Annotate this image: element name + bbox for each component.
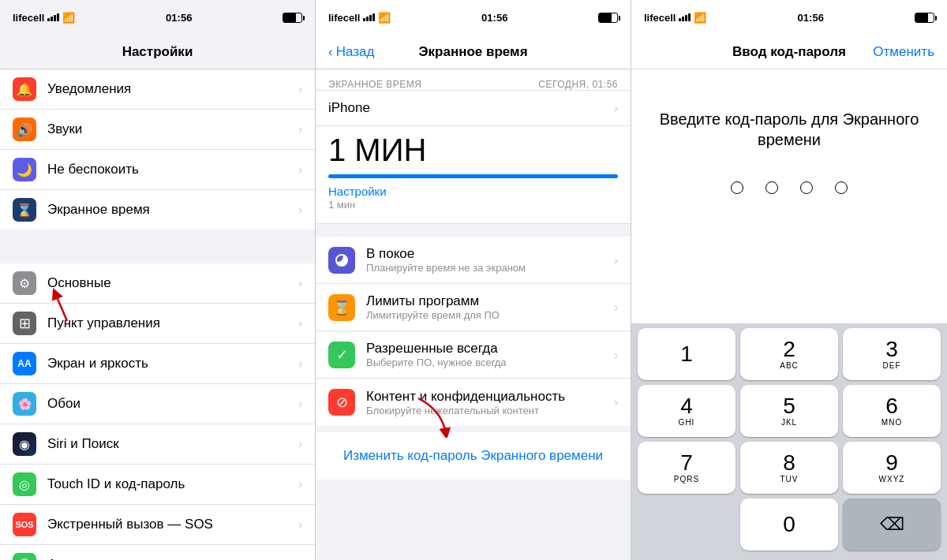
notifications-icon: 🔔 (13, 77, 36, 101)
settings-item-dnd[interactable]: 🌙 Не беспокоить › (0, 150, 315, 190)
st-device-row[interactable]: iPhone › (316, 91, 631, 126)
st-progress-bar (328, 174, 618, 178)
display-label: Экран и яркость (47, 356, 298, 371)
chevron-display: › (298, 357, 302, 370)
key-3[interactable]: 3 DEF (843, 328, 941, 380)
chevron-touch-id: › (298, 478, 302, 491)
control-center-label: Пункт управления (47, 315, 298, 331)
key-0[interactable]: 0 (740, 498, 838, 551)
nav-bar-2: ‹ Назад Экранное время (316, 35, 631, 69)
back-button[interactable]: ‹ Назад (328, 44, 374, 60)
sos-label: Экстренный вызов — SOS (47, 517, 298, 532)
key-5[interactable]: 5 JKL (740, 385, 838, 437)
screen-time-nav-title: Экранное время (418, 44, 527, 60)
st-item-content-privacy[interactable]: ⊘ Контент и конфиденциальность Блокируйт… (316, 379, 631, 426)
chevron-notifications: › (298, 83, 302, 95)
passcode-panel: lifecell 📶 01:56 Ввод код-пароля Отменит… (631, 0, 947, 560)
st-spacer2 (316, 426, 631, 432)
dot-2 (765, 181, 778, 194)
settings-item-wallpaper[interactable]: 🌸 Обои › (0, 384, 315, 424)
st-item-app-limits[interactable]: ⌛ Лимиты программ Лимитируйте время для … (316, 284, 631, 331)
key-6[interactable]: 6 MNO (843, 385, 941, 437)
wifi-icon-1: 📶 (62, 12, 75, 24)
key-4[interactable]: 4 GHI (638, 385, 736, 437)
battery-3 (915, 13, 934, 23)
downtime-text: В покое Планируйте время не за экраном (366, 246, 614, 274)
signal-2 (363, 13, 375, 21)
key-9[interactable]: 9 WXYZ (843, 442, 941, 494)
settings-item-touch-id[interactable]: ◎ Touch ID и код-пароль › (0, 465, 315, 505)
numpad-row-3: 7 PQRS 8 TUV 9 WXYZ (638, 442, 941, 494)
status-left-1: lifecell 📶 (13, 12, 75, 24)
cancel-button[interactable]: Отменить (873, 44, 934, 60)
st-device-name: iPhone (328, 100, 370, 116)
status-left-3: lifecell 📶 (644, 12, 706, 24)
spacer-1 (0, 236, 315, 263)
nav-bar-1: Настройки (0, 35, 315, 69)
always-allowed-icon: ✓ (328, 342, 355, 368)
settings-item-screen-time[interactable]: ⌛ Экранное время › (0, 190, 315, 230)
settings-panel: lifecell 📶 01:56 Настройки 🔔 Уведомления… (0, 0, 316, 560)
dnd-label: Не беспокоить (47, 162, 298, 177)
key-delete[interactable]: ⌫ (843, 498, 941, 551)
passcode-prompt: Введите код-пароль для Экранного времени (631, 69, 947, 174)
downtime-icon (328, 247, 355, 274)
battery-icon: 🔋 (13, 553, 36, 560)
settings-item-siri[interactable]: ◉ Siri и Поиск › (0, 424, 315, 465)
screen-time-panel: lifecell 📶 01:56 ‹ Назад Экранное время … (316, 0, 631, 560)
screen-time-content: ЭКРАННОЕ ВРЕМЯ Сегодня, 01:56 iPhone › 1… (316, 69, 631, 560)
battery-2 (598, 13, 618, 23)
settings-item-sos[interactable]: SOS Экстренный вызов — SOS › (0, 505, 315, 545)
back-label: Назад (336, 44, 375, 60)
battery-1 (283, 13, 302, 23)
change-passcode-link[interactable]: Изменить код-пароль Экранного времени (316, 432, 631, 480)
screen-time-label: Экранное время (47, 202, 298, 218)
settings-item-notifications[interactable]: 🔔 Уведомления › (0, 69, 315, 110)
st-item-downtime[interactable]: В покое Планируйте время не за экраном › (316, 237, 631, 284)
st-item-always-allowed[interactable]: ✓ Разрешенные всегда Выберите ПО, нужное… (316, 331, 631, 379)
general-icon: ⚙ (13, 271, 36, 295)
wallpaper-label: Обои (47, 396, 298, 412)
siri-label: Siri и Поиск (47, 436, 298, 452)
status-right-2 (598, 13, 618, 23)
st-change-link-wrapper: Изменить код-пароль Экранного времени (316, 432, 631, 480)
signal-3 (679, 13, 691, 21)
dot-1 (731, 181, 743, 194)
key-1[interactable]: 1 (638, 328, 736, 380)
carrier-3: lifecell (644, 12, 676, 24)
settings-item-control-center[interactable]: ⊞ Пункт управления › (0, 304, 315, 344)
key-7[interactable]: 7 PQRS (638, 442, 736, 494)
st-settings-link[interactable]: Настройки (328, 185, 618, 199)
settings-item-display[interactable]: AA Экран и яркость › (0, 344, 315, 384)
settings-item-general[interactable]: ⚙ Основные › (0, 263, 315, 304)
key-8[interactable]: 8 TUV (740, 442, 838, 494)
st-settings-sub: 1 мин (328, 199, 618, 211)
dnd-icon: 🌙 (13, 158, 36, 181)
settings-item-sounds[interactable]: 🔊 Звуки › (0, 110, 315, 150)
wifi-icon-2: 📶 (378, 12, 391, 24)
status-bar-1: lifecell 📶 01:56 (0, 0, 315, 35)
touch-id-icon: ◎ (13, 472, 36, 496)
dot-3 (800, 181, 813, 194)
status-right-1 (283, 13, 302, 23)
carrier-2: lifecell (328, 12, 360, 24)
carrier-1: lifecell (13, 12, 44, 24)
chevron-dnd: › (298, 163, 302, 176)
numpad-row-2: 4 GHI 5 JKL 6 MNO (638, 385, 941, 437)
key-empty (638, 498, 736, 551)
downtime-chevron: › (614, 254, 618, 267)
status-bar-2: lifecell 📶 01:56 (316, 0, 631, 35)
sos-icon: SOS (13, 513, 36, 536)
settings-item-battery[interactable]: 🔋 Аккумулятор › (0, 545, 315, 560)
content-privacy-text: Контент и конфиденциальность Блокируйте … (366, 389, 614, 416)
key-2[interactable]: 2 ABC (740, 328, 838, 380)
passcode-dots (631, 181, 947, 194)
chevron-wallpaper: › (298, 398, 302, 410)
st-section-label: ЭКРАННОЕ ВРЕМЯ Сегодня, 01:56 (328, 79, 618, 90)
numpad: 1 2 ABC 3 DEF 4 GHI 5 JKL 6 (631, 323, 947, 560)
status-right-3 (915, 13, 934, 23)
status-left-2: lifecell 📶 (328, 12, 391, 24)
display-icon: AA (13, 352, 36, 375)
notifications-label: Уведомления (47, 81, 298, 97)
content-privacy-icon: ⊘ (328, 389, 355, 416)
